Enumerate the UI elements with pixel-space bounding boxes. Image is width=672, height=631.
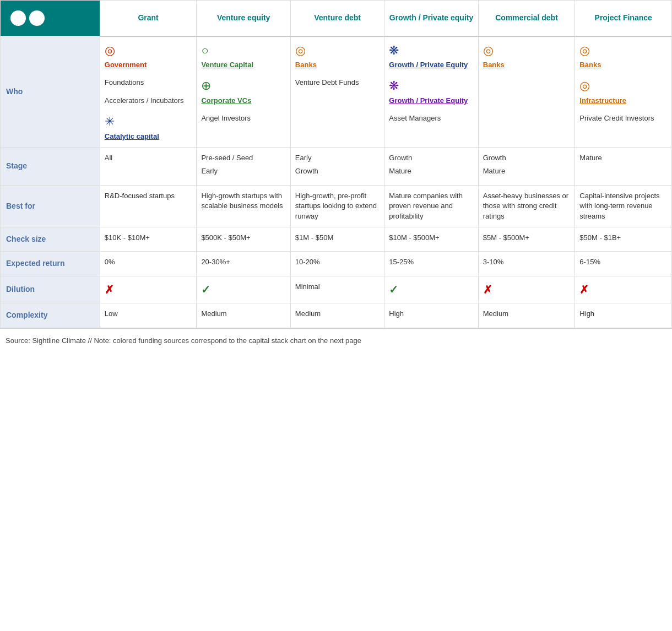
- check-size-grant: $10K - $10M+: [100, 227, 197, 252]
- who-growth-pe: ❋ Growth / Private Equity ❋ Growth / Pri…: [384, 36, 478, 148]
- header-venture-equity: Venture equity: [197, 1, 290, 36]
- expected-return-commercial-debt: 3-10%: [478, 252, 575, 276]
- footer-note: Source: Sightline Climate // Note: color…: [0, 328, 672, 352]
- stage-ve-line1: Pre-seed / Seed: [201, 153, 285, 163]
- best-for-venture-debt: High-growth, pre-profit startups looking…: [290, 186, 384, 227]
- stage-cd-line2: Mature: [483, 166, 571, 176]
- stage-gpe-line1: Growth: [389, 153, 473, 163]
- stage-vd-line2: Growth: [295, 166, 380, 176]
- who-pf-private-credit: Private Credit Investors: [579, 113, 667, 123]
- best-for-project-finance: Capital-intensive projects with long-ter…: [575, 186, 672, 227]
- header-venture-debt: Venture debt: [290, 1, 384, 36]
- stage-grant: All: [100, 147, 197, 185]
- dilution-ve-check: ✓: [201, 284, 210, 296]
- who-pf-banks: ◎ Banks: [579, 42, 667, 70]
- growth-pe-icon2: ❋: [389, 78, 473, 95]
- header-grant: Grant: [100, 1, 197, 36]
- stage-ve-line2: Early: [201, 166, 285, 176]
- stage-grant-line1: All: [105, 153, 192, 163]
- who-gpe-asset-managers: Asset Managers: [389, 113, 473, 123]
- expected-return-growth-pe: 15-25%: [384, 252, 478, 276]
- who-venture-equity: ○ Venture Capital ⊕ Corporate VCs Angel …: [197, 36, 290, 148]
- main-container: Grant Venture equity Venture debt Growth…: [0, 0, 672, 352]
- complexity-venture-equity: Medium: [197, 303, 290, 328]
- government-icon: ◎: [105, 42, 192, 59]
- dilution-venture-debt: Minimal: [290, 276, 384, 303]
- who-venture-debt: ◎ Banks Venture Debt Funds: [290, 36, 384, 148]
- vd-funds-text: Venture Debt Funds: [295, 78, 359, 86]
- dilution-commercial-debt: ✗: [478, 276, 575, 303]
- complexity-growth-pe: High: [384, 303, 478, 328]
- dilution-venture-equity: ✓: [197, 276, 290, 303]
- growth-pe-icon1: ❋: [389, 42, 473, 59]
- best-for-commercial-debt: Asset-heavy businesses or those with str…: [478, 186, 575, 227]
- best-for-grant: R&D-focused startups: [100, 186, 197, 227]
- header-row: Grant Venture equity Venture debt Growth…: [1, 1, 672, 36]
- expected-return-row: Expected return 0% 20-30%+ 10-20% 15-25%…: [1, 252, 672, 276]
- complexity-commercial-debt: Medium: [478, 303, 575, 328]
- growth-pe-link2[interactable]: Growth / Private Equity: [389, 96, 468, 105]
- who-gpe-link2: ❋ Growth / Private Equity: [389, 78, 473, 106]
- vd-banks-icon: ◎: [295, 42, 380, 59]
- dilution-growth-pe: ✓: [384, 276, 478, 303]
- government-link[interactable]: Government: [105, 61, 147, 69]
- stage-row: Stage All Pre-seed / Seed Early Early Gr…: [1, 147, 672, 185]
- who-pf-infra: ◎ Infrastructure: [579, 78, 667, 106]
- who-grant-government: ◎ Government: [105, 42, 192, 70]
- growth-pe-link1[interactable]: Growth / Private Equity: [389, 61, 468, 69]
- who-label: Who: [1, 36, 100, 148]
- who-cd-banks: ◎ Banks: [483, 42, 571, 70]
- header-growth-pe: Growth / Private equity: [384, 1, 478, 36]
- check-size-label: Check size: [1, 227, 100, 252]
- who-vd-banks: ◎ Banks: [295, 42, 380, 70]
- catalytic-icon: ✳: [105, 113, 192, 130]
- who-vc-corporate: ⊕ Corporate VCs: [201, 78, 285, 106]
- check-size-row: Check size $10K - $10M+ $500K - $50M+ $1…: [1, 227, 672, 252]
- foundations-text: Foundations: [105, 78, 144, 86]
- pf-banks-icon: ◎: [579, 42, 667, 59]
- complexity-project-finance: High: [575, 303, 672, 328]
- venture-capital-link[interactable]: Venture Capital: [201, 61, 253, 69]
- best-for-venture-equity: High-growth startups with scalable busin…: [197, 186, 290, 227]
- pf-infra-icon: ◎: [579, 78, 667, 95]
- expected-return-venture-debt: 10-20%: [290, 252, 384, 276]
- dilution-grant-cross: ✗: [105, 284, 114, 296]
- cd-banks-link[interactable]: Banks: [483, 61, 505, 69]
- who-vd-funds: Venture Debt Funds: [295, 78, 380, 88]
- vd-banks-link[interactable]: Banks: [295, 61, 317, 69]
- stage-project-finance: Mature: [575, 147, 672, 185]
- pf-banks-link[interactable]: Banks: [579, 61, 601, 69]
- expected-return-label: Expected return: [1, 252, 100, 276]
- logo-dot-2: [29, 10, 45, 26]
- stage-venture-debt: Early Growth: [290, 147, 384, 185]
- dilution-label: Dilution: [1, 276, 100, 303]
- pf-infra-link[interactable]: Infrastructure: [579, 96, 626, 105]
- check-size-commercial-debt: $5M - $500M+: [478, 227, 575, 252]
- asset-managers-text: Asset Managers: [389, 114, 441, 122]
- best-for-growth-pe: Mature companies with proven revenue and…: [384, 186, 478, 227]
- who-row: Who ◎ Government Foundations Accelerator…: [1, 36, 672, 148]
- who-grant-foundations: Foundations: [105, 78, 192, 88]
- stage-venture-equity: Pre-seed / Seed Early: [197, 147, 290, 185]
- expected-return-venture-equity: 20-30%+: [197, 252, 290, 276]
- stage-commercial-debt: Growth Mature: [478, 147, 575, 185]
- who-grant-accelerators: Accelerators / Incubators: [105, 96, 192, 106]
- check-size-venture-debt: $1M - $50M: [290, 227, 384, 252]
- header-commercial-debt: Commercial debt: [478, 1, 575, 36]
- stage-cd-line1: Growth: [483, 153, 571, 163]
- who-vc-venture-capital: ○ Venture Capital: [201, 42, 285, 70]
- dilution-row: Dilution ✗ ✓ Minimal ✓ ✗ ✗: [1, 276, 672, 303]
- catalytic-link[interactable]: Catalytic capital: [105, 132, 159, 140]
- comparison-table: Grant Venture equity Venture debt Growth…: [0, 0, 672, 328]
- corporate-vc-link[interactable]: Corporate VCs: [201, 96, 251, 105]
- logo-cell: [1, 1, 100, 36]
- who-gpe-link1: ❋ Growth / Private Equity: [389, 42, 473, 70]
- stage-vd-line1: Early: [295, 153, 380, 163]
- dilution-project-finance: ✗: [575, 276, 672, 303]
- stage-growth-pe: Growth Mature: [384, 147, 478, 185]
- accelerators-text: Accelerators / Incubators: [105, 96, 184, 105]
- best-for-label: Best for: [1, 186, 100, 227]
- stage-gpe-line2: Mature: [389, 166, 473, 176]
- complexity-grant: Low: [100, 303, 197, 328]
- who-commercial-debt: ◎ Banks: [478, 36, 575, 148]
